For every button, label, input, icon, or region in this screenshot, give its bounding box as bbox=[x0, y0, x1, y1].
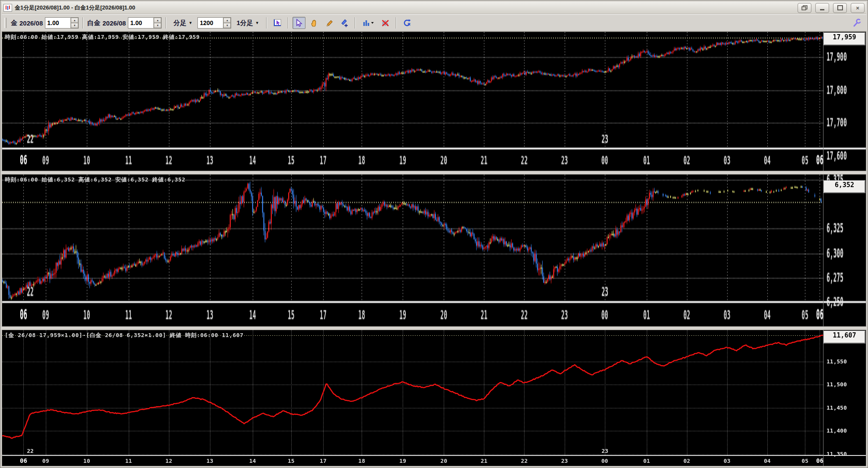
maximize-icon bbox=[837, 5, 843, 10]
chevron-down-icon: ▼ bbox=[255, 21, 259, 25]
delete-chart-icon bbox=[381, 19, 390, 27]
toolbar-separator bbox=[266, 17, 267, 29]
pencil-icon bbox=[325, 19, 334, 27]
delete-drawing-button[interactable] bbox=[379, 17, 392, 29]
toolbar-separator bbox=[396, 17, 397, 29]
bar-count-spinner-buttons: ▲ ▼ bbox=[223, 18, 231, 28]
chart-cursor-icon bbox=[273, 19, 282, 27]
gold-spinner-buttons: ▲ ▼ bbox=[70, 18, 78, 28]
cascade-icon bbox=[801, 5, 808, 10]
marker-move-icon bbox=[340, 19, 349, 27]
bar-count-spinner: ▲ ▼ bbox=[197, 17, 231, 29]
refresh-icon: R bbox=[403, 19, 411, 27]
chevron-down-icon: ▼ bbox=[188, 21, 192, 25]
panel-splitter[interactable] bbox=[2, 327, 866, 330]
gold-multiplier-spinner: ▲ ▼ bbox=[45, 17, 79, 29]
marker-move-tool-button[interactable] bbox=[338, 17, 351, 29]
gold-multiplier-input[interactable] bbox=[45, 18, 70, 28]
settings-button[interactable] bbox=[851, 17, 864, 29]
bar-count-down-button[interactable]: ▼ bbox=[223, 23, 231, 28]
gold-chart-panel: 時刻:06:00 始値:17,959 高値:17,959 安値:17,959 終… bbox=[2, 32, 866, 171]
chart-client-area: 時刻:06:00 始値:17,959 高値:17,959 安値:17,959 終… bbox=[2, 32, 866, 466]
bar-count-input[interactable] bbox=[198, 18, 223, 28]
chart-cursor-tool-button[interactable] bbox=[271, 17, 284, 29]
gold-multiplier-up-button[interactable]: ▲ bbox=[71, 18, 78, 23]
title-bar[interactable]: 金1分足[2026/08]1.00 - 白金1分足[2026/08]1.00 × bbox=[2, 2, 866, 14]
chart-type-dropdown-button[interactable] bbox=[359, 17, 377, 29]
panel-splitter[interactable] bbox=[2, 171, 866, 174]
spread-line-chart[interactable] bbox=[2, 330, 866, 466]
toolbar-grip[interactable] bbox=[4, 18, 6, 28]
window-title: 金1分足[2026/08]1.00 - 白金1分足[2026/08]1.00 bbox=[15, 4, 135, 12]
toolbar: 金 2026/08 ▲ ▼ 白金 2026/08 ▲ ▼ 分足 ▼ bbox=[2, 14, 866, 32]
svg-text:R: R bbox=[407, 22, 410, 26]
platinum-candlestick-chart[interactable] bbox=[2, 175, 866, 326]
toolbar-separator bbox=[288, 17, 289, 29]
toolbar-right-group bbox=[851, 17, 864, 29]
pan-hand-tool-button[interactable] bbox=[308, 17, 321, 29]
minimize-icon bbox=[820, 9, 824, 10]
toolbar-separator bbox=[83, 17, 83, 29]
interval-type-label: 分足 bbox=[173, 19, 186, 27]
platinum-spinner-buttons: ▲ ▼ bbox=[153, 18, 161, 28]
gold-multiplier-down-button[interactable]: ▼ bbox=[71, 23, 78, 28]
app-window: 金1分足[2026/08]1.00 - 白金1分足[2026/08]1.00 ×… bbox=[0, 0, 868, 468]
hand-icon bbox=[310, 19, 318, 27]
select-arrow-tool-button[interactable] bbox=[293, 17, 305, 29]
wrench-icon bbox=[852, 18, 862, 28]
platinum-contract-month: 2026/08 bbox=[102, 19, 126, 27]
refresh-chart-button[interactable]: R bbox=[401, 17, 413, 29]
app-icon bbox=[3, 4, 12, 12]
maximize-button[interactable] bbox=[833, 3, 847, 13]
bar-chart-icon bbox=[362, 19, 374, 27]
spread-chart-panel: [金 26/08 17,959×1.00]-[白金 26/08 6,352×1.… bbox=[2, 330, 866, 466]
minimize-button[interactable] bbox=[815, 3, 829, 13]
toolbar-separator bbox=[355, 17, 356, 29]
platinum-chart-panel: 時刻:06:00 始値:6,352 高値:6,352 安値:6,352 終値:6… bbox=[2, 174, 866, 327]
platinum-multiplier-down-button[interactable]: ▼ bbox=[154, 23, 161, 28]
cascade-windows-button[interactable] bbox=[798, 3, 811, 13]
gold-contract-month: 2026/08 bbox=[19, 19, 43, 27]
platinum-label: 白金 bbox=[87, 19, 100, 27]
interval-type-dropdown[interactable]: 分足 ▼ bbox=[170, 17, 195, 29]
bar-count-up-button[interactable]: ▲ bbox=[223, 18, 231, 23]
select-arrow-icon bbox=[295, 19, 303, 27]
platinum-multiplier-spinner: ▲ ▼ bbox=[128, 17, 162, 29]
platinum-multiplier-up-button[interactable]: ▲ bbox=[154, 18, 161, 23]
pencil-draw-tool-button[interactable] bbox=[323, 17, 336, 29]
timeframe-label: 1分足 bbox=[236, 19, 253, 27]
gold-label: 金 bbox=[11, 19, 17, 27]
close-icon: × bbox=[856, 5, 859, 11]
close-button[interactable]: × bbox=[851, 3, 865, 13]
gold-candlestick-chart[interactable] bbox=[2, 32, 866, 171]
timeframe-dropdown[interactable]: 1分足 ▼ bbox=[233, 17, 262, 29]
platinum-multiplier-input[interactable] bbox=[128, 18, 153, 28]
toolbar-separator bbox=[165, 17, 166, 29]
